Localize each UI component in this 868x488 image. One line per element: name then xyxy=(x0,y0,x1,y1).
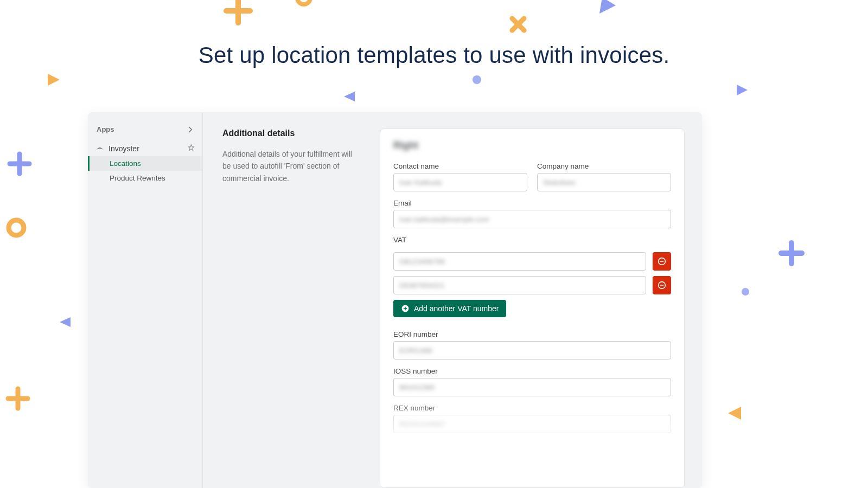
add-vat-button[interactable]: Add another VAT number xyxy=(393,300,506,317)
svg-marker-19 xyxy=(728,407,741,420)
section-description: Additional details of your fulfillment w… xyxy=(222,148,361,184)
company-name-input[interactable]: Stokoltsev xyxy=(537,173,671,191)
remove-vat-button[interactable] xyxy=(653,276,671,294)
card-title: Right xyxy=(393,140,671,151)
ioss-label: IOSS number xyxy=(393,367,671,375)
sidebar-item-locations[interactable]: Locations xyxy=(88,156,202,171)
svg-line-5 xyxy=(512,18,524,30)
rex-label: REX number xyxy=(393,404,671,412)
email-label: Email xyxy=(393,199,671,207)
plus-circle-icon xyxy=(401,304,410,313)
app-window: Apps Invoyster Locations Product Rewrite… xyxy=(88,112,702,488)
minus-circle-icon xyxy=(658,281,666,290)
svg-marker-8 xyxy=(48,74,60,86)
remove-vat-button[interactable] xyxy=(653,252,671,271)
contact-name-label: Contact name xyxy=(393,162,527,170)
svg-marker-15 xyxy=(737,85,748,95)
intro-panel: Additional details Additional details of… xyxy=(222,129,361,488)
sidebar-item-label: Locations xyxy=(110,159,141,168)
field-contact-name: Contact name Ivan Kalikuda xyxy=(393,162,527,191)
vat-row-1: GB123456789 xyxy=(393,252,671,271)
rex-input[interactable]: REX01234567 xyxy=(393,415,671,433)
app-icon xyxy=(95,144,105,153)
sidebar-header[interactable]: Apps xyxy=(88,122,202,141)
eori-label: EORI number xyxy=(393,330,671,338)
field-ioss: IOSS number IM1012365 xyxy=(393,367,671,396)
svg-marker-3 xyxy=(599,0,616,14)
add-vat-label: Add another VAT number xyxy=(414,304,499,313)
svg-point-2 xyxy=(297,0,310,4)
sidebar-app-label: Invoyster xyxy=(108,144,139,153)
hero-title: Set up location templates to use with in… xyxy=(0,42,868,68)
main-content: Additional details Additional details of… xyxy=(203,112,702,488)
pin-icon[interactable] xyxy=(188,144,195,153)
sidebar-item-label: Product Rewrites xyxy=(110,174,165,182)
chevron-right-icon xyxy=(187,126,194,133)
vat-row-2: DE987654321 xyxy=(393,276,671,294)
field-vat: VAT xyxy=(393,236,671,247)
contact-name-input[interactable]: Ivan Kalikuda xyxy=(393,173,527,191)
sidebar: Apps Invoyster Locations Product Rewrite… xyxy=(88,112,203,488)
svg-point-11 xyxy=(9,220,24,235)
sidebar-item-product-rewrites[interactable]: Product Rewrites xyxy=(88,171,202,185)
minus-circle-icon xyxy=(658,257,666,266)
field-rex: REX number REX01234567 xyxy=(393,404,671,433)
svg-marker-7 xyxy=(344,92,355,101)
svg-point-6 xyxy=(473,75,481,84)
email-input[interactable]: ivan.kalikuda@example.com xyxy=(393,210,671,228)
field-email: Email ivan.kalikuda@example.com xyxy=(393,199,671,228)
svg-point-18 xyxy=(742,288,749,296)
company-name-label: Company name xyxy=(537,162,671,170)
eori-input[interactable]: EORI1488 xyxy=(393,341,671,359)
svg-marker-12 xyxy=(60,317,71,327)
svg-line-4 xyxy=(512,18,524,30)
sidebar-item-invoyster[interactable]: Invoyster xyxy=(88,141,202,156)
sidebar-apps-label: Apps xyxy=(97,125,114,133)
vat-input-2[interactable]: DE987654321 xyxy=(393,276,646,294)
vat-label: VAT xyxy=(393,236,671,244)
field-eori: EORI number EORI1488 xyxy=(393,330,671,359)
form-card: Right Contact name Ivan Kalikuda Company… xyxy=(380,129,685,488)
ioss-input[interactable]: IM1012365 xyxy=(393,378,671,396)
section-title: Additional details xyxy=(222,129,361,138)
vat-input-1[interactable]: GB123456789 xyxy=(393,252,646,271)
field-company-name: Company name Stokoltsev xyxy=(537,162,671,191)
